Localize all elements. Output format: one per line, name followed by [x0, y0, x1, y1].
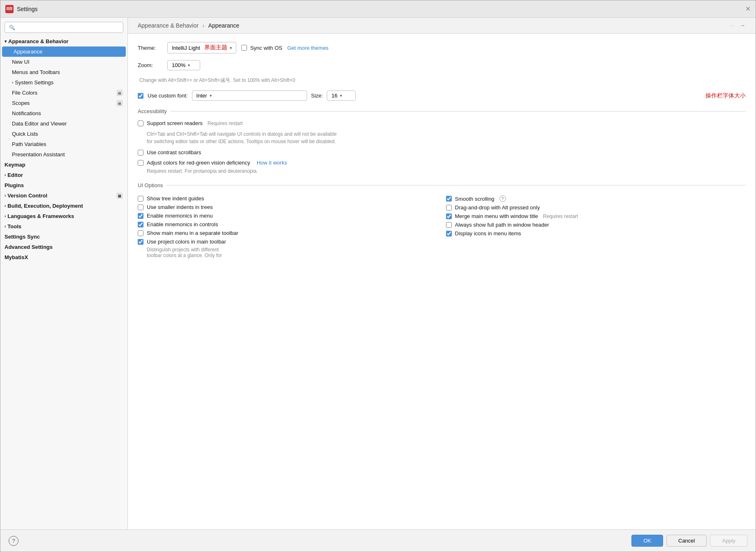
close-button[interactable]: ✕ — [745, 5, 751, 13]
chevron-down-icon: ▾ — [5, 39, 7, 44]
sidebar-item-advanced-settings[interactable]: Advanced Settings — [0, 242, 127, 252]
sidebar-item-new-ui[interactable]: New UI — [0, 57, 127, 67]
theme-label: Theme: — [138, 45, 162, 51]
mnemonics-controls-checkbox[interactable] — [138, 222, 143, 227]
left-options: Show tree indent guides Use smaller inde… — [138, 194, 438, 258]
search-box[interactable]: 🔍 — [5, 22, 123, 33]
sync-os-checkbox[interactable] — [241, 45, 247, 51]
sidebar-item-editor[interactable]: ›Editor — [0, 170, 127, 180]
sidebar-item-tools[interactable]: ›Tools — [0, 221, 127, 232]
full-path-checkbox[interactable] — [446, 222, 452, 228]
sidebar-label: System Settings — [15, 79, 53, 86]
theme-chinese-label: 界面主题 — [204, 44, 227, 51]
sidebar-item-appearance-behavior[interactable]: ▾Appearance & Behavior — [0, 36, 127, 46]
project-colors-label: Use project colors in main toolbar — [147, 239, 226, 245]
file-icon: ▤ — [117, 90, 123, 96]
drag-drop-checkbox[interactable] — [446, 205, 452, 211]
file-icon: ▤ — [117, 193, 123, 199]
breadcrumb-parent: Appearance & Behavior — [138, 22, 199, 29]
chevron-right-icon: › — [12, 80, 13, 85]
get-more-themes-link[interactable]: Get more themes — [287, 45, 328, 51]
merge-menu-restart: Requires restart — [543, 213, 578, 219]
zoom-dropdown[interactable]: 100% ▾ — [167, 60, 200, 70]
sidebar-item-menus-toolbars[interactable]: Menus and Toolbars — [0, 67, 127, 77]
sidebar-item-file-colors[interactable]: File Colors▤ — [0, 88, 127, 98]
sidebar-item-keymap[interactable]: Keymap — [0, 160, 127, 170]
sidebar-label: MybatisX — [5, 254, 28, 260]
bottom-bar: ? OK Cancel Apply — [0, 529, 756, 552]
search-input[interactable] — [18, 24, 119, 30]
sidebar-item-settings-sync[interactable]: Settings Sync — [0, 232, 127, 242]
contrast-scrollbars-checkbox[interactable] — [138, 150, 143, 155]
nav-back-button[interactable]: ← — [729, 22, 736, 29]
zoom-dropdown-arrow: ▾ — [188, 63, 190, 67]
sidebar-item-presentation-assistant[interactable]: Presentation Assistant — [0, 149, 127, 160]
size-dropdown[interactable]: 16 ▾ — [327, 90, 356, 101]
bottom-right: OK Cancel Apply — [631, 535, 747, 547]
mnemonics-menu-checkbox[interactable] — [138, 213, 143, 219]
zoom-label: Zoom: — [138, 62, 162, 68]
sidebar-label: Appearance — [14, 49, 42, 55]
full-path-row: Always show full path in window header — [446, 220, 746, 229]
help-button[interactable]: ? — [9, 536, 18, 546]
sidebar-item-path-variables[interactable]: Path Variables — [0, 139, 127, 149]
color-vision-subtext: Requires restart. For protanopia and deu… — [147, 167, 746, 175]
project-colors-checkbox[interactable] — [138, 239, 143, 245]
sidebar: 🔍 ▾Appearance & BehaviorAppearanceNew UI… — [0, 18, 128, 529]
ok-button[interactable]: OK — [631, 535, 663, 547]
search-icon: 🔍 — [9, 25, 15, 30]
dialog-title: Settings — [17, 6, 38, 12]
sidebar-item-mybatisx[interactable]: MybatisX — [0, 252, 127, 262]
sidebar-label: Plugins — [5, 182, 24, 188]
how-it-works-link[interactable]: How it works — [257, 160, 287, 166]
theme-row: Theme: IntelliJ Light 界面主题 ▾ Sync with O… — [138, 42, 746, 53]
sidebar-label: Appearance & Behavior — [8, 38, 69, 44]
smooth-scrolling-checkbox[interactable] — [446, 196, 452, 202]
tree-indent-row: Show tree indent guides — [138, 194, 438, 203]
sidebar-label: Presentation Assistant — [12, 151, 65, 158]
theme-dropdown[interactable]: IntelliJ Light 界面主题 ▾ — [167, 42, 236, 53]
font-dropdown[interactable]: Inter ▾ — [192, 90, 307, 101]
sidebar-item-plugins[interactable]: Plugins — [0, 180, 127, 190]
smooth-scrolling-help[interactable]: ? — [499, 195, 506, 202]
screen-readers-row: Support screen readers Requires restart — [138, 120, 746, 126]
smaller-indents-checkbox[interactable] — [138, 204, 143, 210]
file-icon: ▤ — [117, 100, 123, 106]
ui-options-grid: Show tree indent guides Use smaller inde… — [138, 194, 746, 258]
drag-drop-row: Drag-and-drop with Alt pressed only — [446, 203, 746, 212]
sidebar-item-version-control[interactable]: ›Version Control▤ — [0, 190, 127, 201]
sidebar-label: Build, Execution, Deployment — [7, 203, 83, 209]
sidebar-item-appearance[interactable]: Appearance — [2, 46, 126, 57]
sidebar-item-build-execution[interactable]: ›Build, Execution, Deployment — [0, 201, 127, 211]
sidebar-label: Settings Sync — [5, 234, 40, 240]
accessibility-title: Accessibility — [138, 108, 167, 114]
sidebar-label: Languages & Frameworks — [7, 213, 74, 219]
chevron-right-icon: › — [5, 204, 6, 208]
sidebar-item-system-settings[interactable]: ›System Settings — [0, 77, 127, 88]
main-menu-toolbar-checkbox[interactable] — [138, 230, 143, 236]
display-icons-checkbox[interactable] — [446, 231, 452, 237]
sidebar-label: New UI — [12, 59, 30, 65]
sidebar-item-languages-frameworks[interactable]: ›Languages & Frameworks — [0, 211, 127, 221]
sidebar-item-scopes[interactable]: Scopes▤ — [0, 98, 127, 108]
sidebar-item-data-editor[interactable]: Data Editor and Viewer — [0, 118, 127, 129]
mnemonics-menu-label: Enable mnemonics in menu — [147, 213, 213, 219]
color-vision-checkbox[interactable] — [138, 160, 143, 166]
chevron-right-icon: › — [5, 214, 6, 218]
sidebar-item-notifications[interactable]: Notifications — [0, 108, 127, 118]
screen-readers-checkbox[interactable] — [138, 121, 143, 126]
nav-forward-button[interactable]: → — [739, 22, 746, 29]
smaller-indents-label: Use smaller indents in trees — [147, 204, 213, 210]
screen-readers-subtext: Ctrl+Tab and Ctrl+Shift+Tab will navigat… — [147, 130, 746, 145]
merge-menu-checkbox[interactable] — [446, 213, 452, 219]
tree-indent-checkbox[interactable] — [138, 196, 143, 202]
content-scroll: Theme: IntelliJ Light 界面主题 ▾ Sync with O… — [128, 34, 756, 529]
main-menu-toolbar-row: Show main menu in a separate toolbar — [138, 229, 438, 237]
main-content: 🔍 ▾Appearance & BehaviorAppearanceNew UI… — [0, 18, 756, 529]
sidebar-label: Keymap — [5, 162, 25, 168]
cancel-button[interactable]: Cancel — [666, 535, 707, 547]
apply-button[interactable]: Apply — [710, 535, 747, 547]
breadcrumb-separator: › — [203, 22, 205, 29]
custom-font-checkbox[interactable] — [138, 93, 143, 99]
sidebar-item-quick-lists[interactable]: Quick Lists — [0, 129, 127, 139]
